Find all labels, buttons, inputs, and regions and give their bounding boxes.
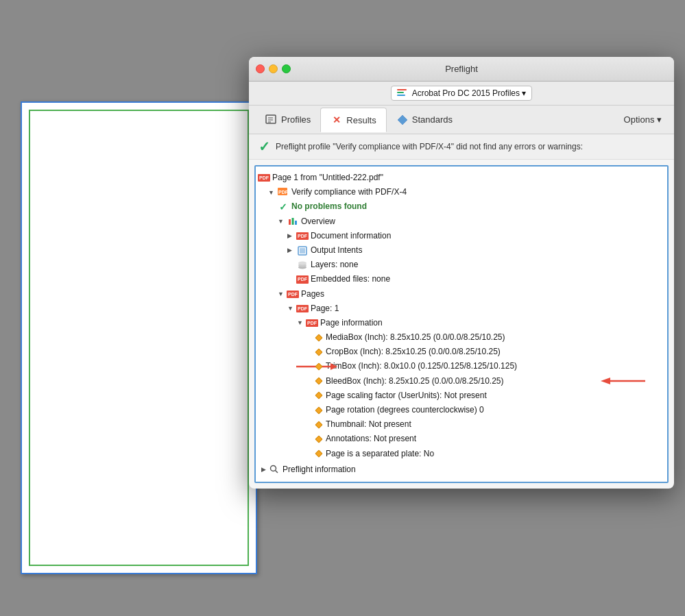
- diamond-icon: [315, 392, 322, 399]
- diamond-icon: [315, 435, 322, 443]
- svg-point-19: [271, 465, 276, 471]
- tree-embedded-files-label: Embedded files: none: [311, 273, 390, 286]
- check-icon: ✓: [278, 201, 289, 212]
- tree-annotations-row: Annotations: Not present: [259, 432, 664, 446]
- diamond-icon: [315, 334, 322, 341]
- tree-mediabox-row: MediaBox (Inch): 8.25x10.25 (0.0/0.0/8.2…: [259, 330, 664, 345]
- svg-marker-4: [398, 115, 407, 125]
- page1-icon: PDF: [297, 303, 308, 314]
- tree-page1-row: ▼ PDF Page: 1: [259, 301, 664, 316]
- tree-profile-row: ▼ PDF Verify compliance with PDF/X-4: [259, 185, 664, 199]
- svg-rect-9: [295, 221, 297, 225]
- status-message: Preflight profile "Verify compliance wit…: [276, 142, 583, 151]
- tree-pages-label: Pages: [301, 288, 324, 301]
- tree-bleedbox-label: BleedBox (Inch): 8.25x10.25 (0.0/0.0/8.2…: [326, 375, 504, 388]
- pages-arrow: ▼: [278, 289, 287, 299]
- tree-cropbox-label: CropBox (Inch): 8.25x10.25 (0.0/0.0/8.25…: [326, 345, 501, 358]
- tree-embedded-files-row: ▶ PDF Embedded files: none: [259, 272, 664, 286]
- options-label: Options ▾: [624, 114, 662, 125]
- output-intents-icon: [297, 245, 308, 256]
- diamond-icon: [315, 378, 322, 385]
- diamond-icon: [315, 348, 322, 356]
- options-button[interactable]: Options ▾: [618, 112, 667, 127]
- tree-thumbnail-row: Thumbnail: Not present: [259, 417, 664, 432]
- svg-marker-18: [601, 378, 610, 384]
- diamond-icon: [315, 421, 322, 428]
- tree-arrow-down: ▼: [268, 188, 278, 197]
- chart-icon: [397, 89, 408, 97]
- profile-dropdown[interactable]: Acrobat Pro DC 2015 Profiles ▾: [391, 86, 533, 101]
- title-bar-buttons: [256, 64, 291, 73]
- maximize-button[interactable]: [282, 64, 291, 73]
- tree-scaling-label: Page scaling factor (UserUnits): Not pre…: [326, 389, 487, 402]
- preflight-info-search-icon: [269, 464, 280, 475]
- overview-arrow: ▼: [278, 217, 287, 226]
- tree-overview-label: Overview: [301, 215, 335, 228]
- tree-annotations-label: Annotations: Not present: [326, 432, 416, 445]
- svg-rect-8: [292, 218, 294, 225]
- tree-output-intents-label: Output Intents: [311, 244, 362, 257]
- svg-point-14: [298, 261, 307, 264]
- standards-icon: [396, 114, 409, 126]
- tree-doc-info-row: ▶ PDF Document information: [259, 229, 664, 243]
- tree-overview-row: ▼ Overview: [259, 214, 664, 229]
- tab-standards-label: Standards: [412, 114, 453, 125]
- tree-mediabox-label: MediaBox (Inch): 8.25x10.25 (0.0/0.0/8.2…: [326, 331, 505, 344]
- layers-icon: [297, 260, 308, 271]
- tree-cropbox-row: CropBox (Inch): 8.25x10.25 (0.0/0.0/8.25…: [259, 345, 664, 359]
- tree-no-problems-label: No problems found: [291, 200, 367, 213]
- tree-thumbnail-label: Thumbnail: Not present: [326, 418, 411, 431]
- profile-selector-bar: Acrobat Pro DC 2015 Profiles ▾: [249, 82, 674, 106]
- tree-container: PDF Page 1 from "Untitled-222.pdf" ▼ PDF…: [254, 165, 669, 483]
- embedded-files-icon: PDF: [297, 274, 308, 285]
- preflight-window: Preflight Acrobat Pro DC 2015 Profiles ▾: [249, 57, 674, 489]
- tree-separated-plate-row: Page is a separated plate: No: [259, 447, 664, 461]
- tab-profiles[interactable]: Profiles: [256, 108, 320, 132]
- pdf-page-icon: PDF: [259, 173, 269, 184]
- page-info-arrow: ▼: [297, 318, 307, 328]
- tree-page-row: PDF Page 1 from "Untitled-222.pdf": [259, 171, 664, 185]
- pdf-preview-inner: [29, 110, 249, 566]
- diamond-icon: [315, 449, 322, 457]
- tree-layers-row: ▶ Layers: none: [259, 258, 664, 272]
- tab-results[interactable]: ✕ Results: [320, 108, 386, 132]
- pdf-preview: [21, 101, 257, 574]
- status-check-icon: ✓: [259, 140, 270, 153]
- diamond-icon: [315, 406, 322, 414]
- tab-profiles-label: Profiles: [281, 114, 311, 125]
- tree-pages-row: ▼ PDF Pages: [259, 287, 664, 301]
- svg-text:PDF: PDF: [278, 190, 289, 195]
- tree-layers-label: Layers: none: [311, 258, 358, 271]
- preflight-info-arrow: ▶: [261, 466, 266, 473]
- page-info-icon: PDF: [307, 317, 317, 328]
- window-title: Preflight: [445, 64, 478, 74]
- page1-arrow: ▼: [287, 304, 297, 313]
- minimize-button[interactable]: [269, 64, 278, 73]
- tree-page-info-row: ▼ PDF Page information: [259, 316, 664, 330]
- tree-scaling-row: Page scaling factor (UserUnits): Not pre…: [259, 389, 664, 403]
- output-intents-arrow: ▶: [287, 245, 297, 255]
- doc-info-icon: PDF: [297, 230, 308, 241]
- tree-page-label: Page 1 from "Untitled-222.pdf": [272, 171, 383, 184]
- svg-rect-7: [289, 219, 291, 225]
- profile-verify-icon: PDF: [278, 187, 289, 198]
- close-button[interactable]: [256, 64, 265, 73]
- tree-bleedbox-wrapper: BleedBox (Inch): 8.25x10.25 (0.0/0.0/8.2…: [259, 374, 664, 389]
- tab-results-label: Results: [346, 115, 376, 125]
- tree-no-problems-row: ✓ No problems found: [259, 199, 664, 214]
- tree-profile-label: Verify compliance with PDF/X-4: [291, 186, 407, 199]
- red-arrow-right-icon: [601, 375, 645, 387]
- tree-separated-plate-label: Page is a separated plate: No: [326, 447, 434, 460]
- svg-line-20: [276, 470, 278, 473]
- pages-icon: PDF: [287, 288, 298, 299]
- tree-trimbox-label: TrimBox (Inch): 8.0x10.0 (0.125/0.125/8.…: [326, 360, 517, 373]
- profile-dropdown-label: Acrobat Pro DC 2015 Profiles ▾: [412, 88, 527, 98]
- tree-preflight-info-row: ▶ Preflight information: [259, 461, 664, 478]
- tree-trimbox-wrapper: TrimBox (Inch): 8.0x10.0 (0.125/0.125/8.…: [259, 359, 664, 373]
- svg-marker-16: [331, 363, 337, 370]
- doc-info-arrow: ▶: [287, 231, 297, 241]
- tab-standards[interactable]: Standards: [387, 108, 462, 132]
- svg-rect-11: [300, 248, 305, 254]
- tree-doc-info-label: Document information: [311, 230, 391, 243]
- title-bar: Preflight: [249, 57, 674, 82]
